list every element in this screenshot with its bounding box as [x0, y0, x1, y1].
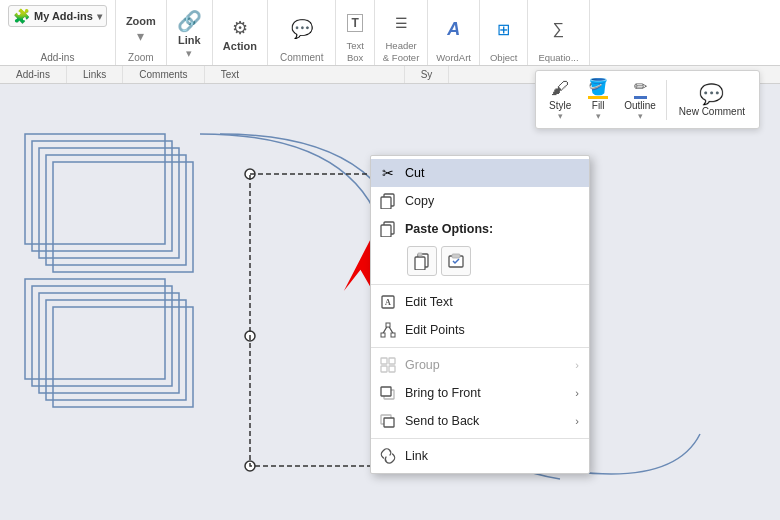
header-footer-section: ☰ Header& Footer	[375, 0, 428, 65]
action-label[interactable]: Action	[223, 40, 257, 52]
link-section: 🔗 Link ▾	[167, 0, 213, 65]
copy-icon	[379, 192, 397, 210]
svg-rect-38	[384, 418, 394, 427]
svg-rect-23	[418, 253, 422, 256]
group-label: Group	[405, 358, 567, 372]
context-menu-link[interactable]: Link	[371, 442, 589, 470]
new-comment-icon: 💬	[699, 82, 724, 106]
svg-rect-36	[381, 387, 391, 396]
style-icon: 🖌	[551, 78, 569, 99]
textbox-section: T TextBox	[336, 0, 374, 65]
group-icon	[379, 356, 397, 374]
rl-links: Links	[67, 66, 123, 83]
equation-label: Equatio...	[538, 52, 578, 63]
context-menu-send-to-back[interactable]: Send to Back ›	[371, 407, 589, 435]
addin-button[interactable]: 🧩 My Add-ins ▾	[8, 5, 107, 27]
rl-comments: Comments	[123, 66, 204, 83]
cut-icon: ✂	[379, 164, 397, 182]
addin-section-label: Add-ins	[40, 50, 74, 63]
bring-to-front-icon	[379, 384, 397, 402]
textbox-label: TextBox	[346, 40, 363, 63]
paste-options-label: Paste Options:	[405, 222, 579, 236]
divider-3	[371, 438, 589, 439]
new-comment-button[interactable]: 💬 New Comment	[671, 78, 753, 122]
copy-label: Copy	[405, 194, 579, 208]
edit-text-label: Edit Text	[405, 295, 579, 309]
ribbon: 🧩 My Add-ins ▾ Add-ins Zoom ▾ Zoom 🔗 Lin…	[0, 0, 780, 66]
comment-bottom-label: Comment	[280, 52, 323, 63]
comment-section: 💬 Comment	[268, 0, 336, 65]
link-label[interactable]: Link	[178, 34, 201, 46]
context-menu-group: Group ›	[371, 351, 589, 379]
paste-options-row	[371, 243, 589, 281]
svg-rect-33	[381, 366, 387, 372]
context-menu: ✂ Cut Copy Paste Options:	[370, 155, 590, 474]
svg-rect-22	[415, 257, 425, 270]
context-menu-paste-options: Paste Options:	[371, 215, 589, 243]
wordart-label: WordArt	[436, 52, 471, 63]
link-label: Link	[405, 449, 579, 463]
context-menu-bring-to-front[interactable]: Bring to Front ›	[371, 379, 589, 407]
edit-text-icon: A	[379, 293, 397, 311]
svg-rect-28	[381, 333, 385, 337]
zoom-bottom-label: Zoom	[128, 52, 154, 63]
svg-rect-31	[381, 358, 387, 364]
fill-label: Fill	[592, 100, 605, 111]
paste-icon-2[interactable]	[441, 246, 471, 276]
addin-label: My Add-ins	[34, 10, 93, 22]
group-arrow: ›	[575, 359, 579, 371]
send-to-back-icon	[379, 412, 397, 430]
svg-rect-2	[39, 148, 179, 258]
svg-rect-20	[381, 225, 391, 237]
rl-sy: Sy	[405, 66, 450, 83]
svg-rect-34	[389, 366, 395, 372]
svg-rect-32	[389, 358, 395, 364]
action-section: ⚙ Action	[213, 0, 268, 65]
send-to-back-label: Send to Back	[405, 414, 567, 428]
edit-points-icon	[379, 321, 397, 339]
divider-1	[371, 284, 589, 285]
outline-button[interactable]: ✏ Outline ▾	[618, 75, 662, 124]
context-menu-cut[interactable]: ✂ Cut	[371, 159, 589, 187]
zoom-label[interactable]: Zoom	[126, 15, 156, 27]
floating-toolbar: 🖌 Style ▾ 🪣 Fill ▾ ✏ Outline ▾ 💬 New Com…	[535, 70, 760, 129]
context-menu-edit-points[interactable]: Edit Points	[371, 316, 589, 344]
svg-rect-25	[452, 254, 460, 258]
link-icon	[379, 447, 397, 465]
send-to-back-arrow: ›	[575, 415, 579, 427]
outline-label: Outline	[624, 100, 656, 111]
outline-icon: ✏	[634, 78, 647, 99]
svg-text:A: A	[385, 298, 391, 307]
paste-icon	[379, 220, 397, 238]
new-comment-label: New Comment	[679, 106, 745, 118]
svg-rect-18	[381, 197, 391, 209]
wordart-section: A WordArt	[428, 0, 480, 65]
rl-text: Text	[205, 66, 405, 83]
context-menu-edit-text[interactable]: A Edit Text	[371, 288, 589, 316]
context-menu-copy[interactable]: Copy	[371, 187, 589, 215]
svg-rect-7	[39, 293, 179, 393]
rl-addins: Add-ins	[0, 66, 67, 83]
fill-button[interactable]: 🪣 Fill ▾	[580, 75, 616, 124]
paste-icon-1[interactable]	[407, 246, 437, 276]
svg-rect-29	[386, 323, 390, 327]
fill-icon: 🪣	[588, 78, 608, 99]
style-label: Style	[549, 100, 571, 111]
svg-rect-30	[391, 333, 395, 337]
object-label: Object	[490, 52, 517, 63]
bring-to-front-label: Bring to Front	[405, 386, 567, 400]
cut-label: Cut	[405, 166, 579, 180]
divider-2	[371, 347, 589, 348]
equation-section: ∑ Equatio...	[528, 0, 589, 65]
addin-section: 🧩 My Add-ins ▾ Add-ins	[0, 0, 116, 65]
header-footer-label: Header& Footer	[383, 40, 419, 63]
zoom-section: Zoom ▾ Zoom	[116, 0, 167, 65]
style-button[interactable]: 🖌 Style ▾	[542, 75, 578, 124]
bring-to-front-arrow: ›	[575, 387, 579, 399]
object-section: ⊞ Object	[480, 0, 528, 65]
edit-points-label: Edit Points	[405, 323, 579, 337]
